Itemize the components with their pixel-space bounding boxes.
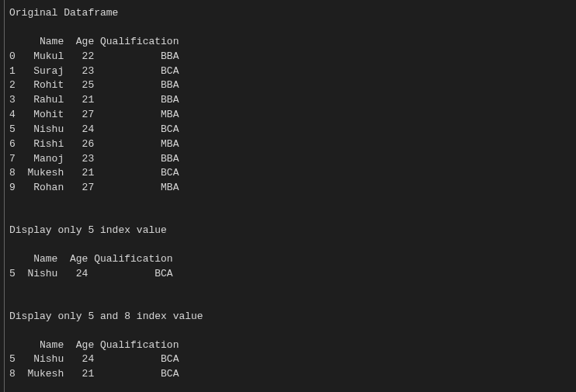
spacer — [9, 282, 576, 296]
spacer — [9, 324, 576, 338]
section1-title: Original Dataframe — [9, 6, 576, 21]
spacer — [9, 210, 576, 224]
section2-title: Display only 5 index value — [9, 224, 576, 238]
spacer — [9, 21, 576, 35]
spacer — [9, 296, 576, 310]
section1-table: Name Age Qualification 0 Mukul 22 BBA 1 … — [9, 35, 576, 196]
section3-title: Display only 5 and 8 index value — [9, 310, 576, 324]
section3-table: Name Age Qualification 5 Nishu 24 BCA 8 … — [9, 338, 576, 383]
spacer — [9, 238, 576, 252]
spacer — [9, 196, 576, 210]
gutter-line — [4, 0, 5, 392]
section2-table: Name Age Qualification 5 Nishu 24 BCA — [9, 252, 576, 282]
